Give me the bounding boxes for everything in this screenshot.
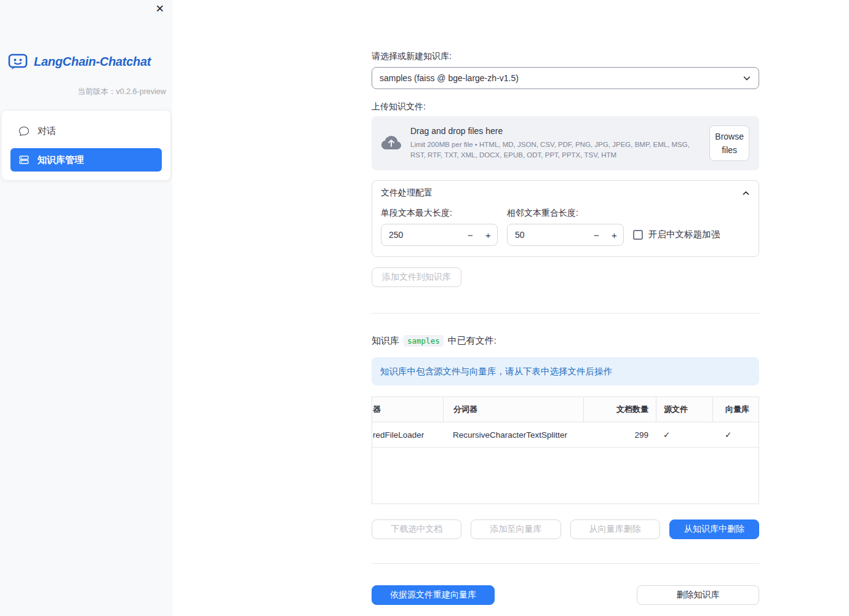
file-actions: 下载选中文档 添加至向量库 从向量库删除 从知识库中删除 (372, 519, 759, 539)
kb-files-heading: 知识库 samples 中已有文件: (372, 335, 759, 347)
delete-from-vector-store-button[interactable]: 从向量库删除 (570, 519, 660, 539)
kb-files-suffix: 中已有文件: (448, 335, 496, 347)
chunk-size-label: 单段文本最大长度: (381, 208, 498, 219)
download-selected-button[interactable]: 下载选中文档 (372, 519, 461, 539)
sidebar-item-label: 知识库管理 (38, 154, 84, 166)
delete-from-kb-button[interactable]: 从知识库中删除 (669, 519, 759, 539)
rebuild-vector-store-button[interactable]: 依据源文件重建向量库 (372, 585, 495, 605)
version-caption: 当前版本：v0.2.6-preview (0, 87, 172, 97)
column-header-loader[interactable]: 器 (372, 397, 443, 422)
divider (372, 563, 759, 564)
chevron-down-icon (743, 74, 751, 82)
sidebar-item-dialogue[interactable]: 对话 (10, 119, 162, 143)
overlap-label: 相邻文本重合长度: (507, 208, 624, 219)
sidebar-menu: 对话 知识库管理 (2, 111, 170, 180)
delete-kb-button[interactable]: 删除知识库 (637, 585, 759, 605)
cell-vector-store-check: ✓ (712, 422, 759, 447)
zh-title-checkbox-label: 开启中文标题加强 (648, 229, 720, 240)
sidebar-item-kb-management[interactable]: 知识库管理 (10, 148, 162, 172)
add-to-vector-store-button[interactable]: 添加至向量库 (471, 519, 560, 539)
file-config-expander: 文件处理配置 单段文本最大长度: − + (372, 180, 759, 257)
column-header-doc-count[interactable]: 文档数量 (583, 397, 656, 422)
overlap-input: − + (507, 224, 624, 246)
column-header-vector-store[interactable]: 向量库 (712, 397, 759, 422)
stack-icon (19, 155, 29, 165)
column-header-splitter[interactable]: 分词器 (443, 397, 583, 422)
kb-name-code: samples (404, 335, 444, 347)
sidebar: ✕ LangChain-Chatchat 当前版本：v0.2.6-preview… (0, 0, 172, 616)
upload-label: 上传知识文件: (372, 101, 759, 113)
table-header-row: 器 分词器 文档数量 源文件 向量库 (372, 397, 759, 422)
app-logo: LangChain-Chatchat (0, 0, 172, 71)
logo-text: LangChain-Chatchat (34, 55, 151, 69)
cell-source-file-check: ✓ (656, 422, 712, 447)
info-alert: 知识库中包含源文件与向量库，请从下表中选择文件后操作 (372, 357, 759, 385)
sidebar-item-label: 对话 (38, 125, 56, 137)
file-dropzone[interactable]: Drag and drop files here Limit 200MB per… (372, 116, 759, 170)
checkbox-box[interactable] (633, 230, 643, 240)
chevron-up-icon (742, 189, 750, 197)
kb-select[interactable]: samples (faiss @ bge-large-zh-v1.5) (372, 67, 759, 89)
kb-files-prefix: 知识库 (372, 335, 399, 347)
column-header-source-file[interactable]: 源文件 (656, 397, 712, 422)
main-content: 请选择或新建知识库: samples (faiss @ bge-large-zh… (172, 0, 849, 616)
divider (372, 313, 759, 314)
cell-doc-count: 299 (583, 422, 656, 447)
chat-icon (19, 126, 29, 136)
kb-files-table[interactable]: 器 分词器 文档数量 源文件 向量库 redFileLoader Recursi… (372, 397, 759, 504)
add-files-to-kb-button[interactable]: 添加文件到知识库 (372, 267, 461, 287)
overlap-field[interactable] (508, 230, 588, 240)
upload-cloud-icon (381, 133, 401, 153)
kb-bottom-actions: 依据源文件重建向量库 删除知识库 (372, 585, 759, 605)
zh-title-checkbox[interactable]: 开启中文标题加强 (633, 229, 720, 240)
chunk-size-field[interactable] (381, 230, 461, 240)
dropzone-hint: Limit 200MB per file • HTML, MD, JSON, C… (410, 140, 700, 160)
cell-splitter: RecursiveCharacterTextSplitter (443, 422, 583, 447)
logo-chat-icon (7, 52, 28, 71)
table-row[interactable]: redFileLoader RecursiveCharacterTextSpli… (372, 422, 759, 448)
sidebar-close-icon[interactable]: ✕ (156, 4, 164, 14)
overlap-decrement-button[interactable]: − (588, 224, 605, 245)
browse-files-button[interactable]: Browse files (709, 125, 749, 162)
dropzone-title: Drag and drop files here (410, 126, 700, 136)
kb-select-value: samples (faiss @ bge-large-zh-v1.5) (380, 73, 519, 83)
expander-header[interactable]: 文件处理配置 (372, 181, 759, 205)
kb-select-label: 请选择或新建知识库: (372, 51, 759, 62)
chunk-decrement-button[interactable]: − (461, 224, 479, 245)
expander-body: 单段文本最大长度: − + 相邻文本重合长度: − + (372, 205, 759, 256)
chunk-increment-button[interactable]: + (479, 224, 497, 245)
cell-loader: redFileLoader (372, 422, 443, 447)
dropzone-text: Drag and drop files here Limit 200MB per… (410, 126, 700, 160)
expander-title: 文件处理配置 (381, 188, 432, 199)
chunk-size-input: − + (381, 224, 498, 246)
overlap-increment-button[interactable]: + (605, 224, 623, 245)
